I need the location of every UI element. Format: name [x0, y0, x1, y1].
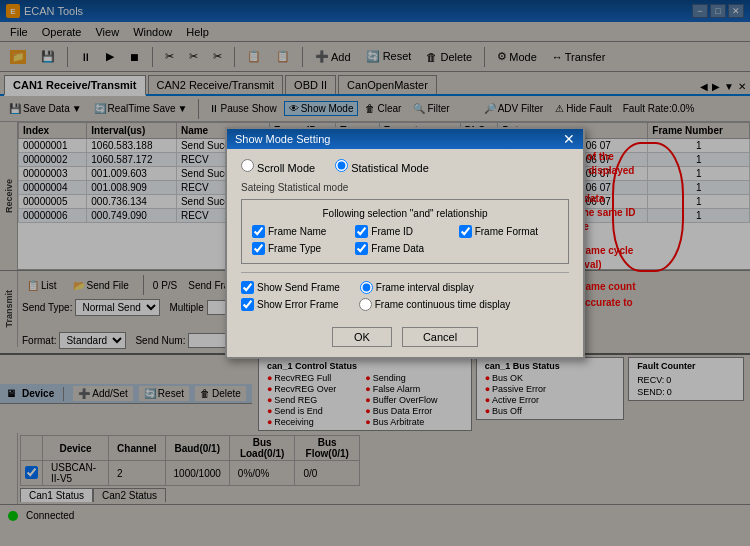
- show-mode-modal: Show Mode Setting ✕ Scroll Mode Statisti…: [225, 127, 585, 359]
- scroll-mode-radio[interactable]: [241, 159, 254, 172]
- cancel-button[interactable]: Cancel: [402, 327, 478, 347]
- show-send-frame-label[interactable]: Show Send Frame: [241, 281, 340, 294]
- frame-name-checkbox[interactable]: [252, 225, 265, 238]
- checkbox-grid: Frame Name Frame ID Frame Format Fr: [252, 225, 558, 255]
- frame-continuous-radio[interactable]: [359, 298, 372, 311]
- frame-type-check-label[interactable]: Frame Type: [252, 242, 351, 255]
- frame-format-check-label[interactable]: Frame Format: [459, 225, 558, 238]
- frame-format-checkbox[interactable]: [459, 225, 472, 238]
- show-error-frame-label[interactable]: Show Error Frame: [241, 298, 339, 311]
- ok-button[interactable]: OK: [332, 327, 392, 347]
- statistical-mode-radio-label[interactable]: Statistical Mode: [335, 159, 429, 174]
- scroll-mode-radio-label[interactable]: Scroll Mode: [241, 159, 315, 174]
- show-frames-row: Show Send Frame Frame interval display: [241, 281, 569, 294]
- statistical-mode-radio[interactable]: [335, 159, 348, 172]
- frame-name-check-label[interactable]: Frame Name: [252, 225, 351, 238]
- show-error-frame-checkbox[interactable]: [241, 298, 254, 311]
- modal-title-text: Show Mode Setting: [235, 133, 330, 145]
- frame-interval-radio[interactable]: [360, 281, 373, 294]
- frame-id-check-label[interactable]: Frame ID: [355, 225, 454, 238]
- group-title: Following selection "and" relationship: [252, 208, 558, 219]
- frame-id-checkbox[interactable]: [355, 225, 368, 238]
- show-send-frame-checkbox[interactable]: [241, 281, 254, 294]
- modal-separator: [241, 272, 569, 273]
- frame-interval-label[interactable]: Frame interval display: [360, 281, 474, 294]
- modal-overlay: Show Mode Setting ✕ Scroll Mode Statisti…: [0, 0, 750, 546]
- frame-type-checkbox[interactable]: [252, 242, 265, 255]
- app-window: E ECAN Tools − □ ✕ File Operate View Win…: [0, 0, 750, 546]
- modal-title-bar: Show Mode Setting ✕: [227, 129, 583, 149]
- show-error-row: Show Error Frame Frame continuous time d…: [241, 298, 569, 311]
- frame-data-checkbox[interactable]: [355, 242, 368, 255]
- frame-continuous-label[interactable]: Frame continuous time display: [359, 298, 511, 311]
- mode-radio-row: Scroll Mode Statistical Mode: [241, 159, 569, 174]
- modal-footer: OK Cancel: [227, 321, 583, 357]
- modal-close-button[interactable]: ✕: [563, 132, 575, 146]
- modal-body: Scroll Mode Statistical Mode Sateing Sta…: [227, 149, 583, 321]
- section-label: Sateing Statistical mode: [241, 182, 569, 193]
- filter-group-box: Following selection "and" relationship F…: [241, 199, 569, 264]
- frame-data-check-label[interactable]: Frame Data: [355, 242, 454, 255]
